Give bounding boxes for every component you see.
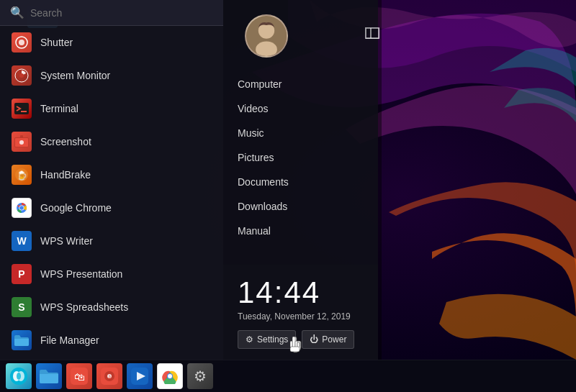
search-input[interactable] — [30, 7, 213, 19]
right-link-pictures[interactable]: Pictures — [223, 145, 378, 170]
taskbar-video-player[interactable] — [127, 363, 153, 389]
right-link-computer[interactable]: Computer — [223, 72, 378, 96]
svg-text:♪: ♪ — [108, 373, 112, 380]
taskbar: 🛍 ♪ — [0, 360, 576, 392]
svg-point-19 — [19, 206, 24, 210]
taskbar-settings[interactable]: ⚙ — [187, 363, 213, 389]
menu-item-shutter[interactable]: Shutter — [0, 26, 223, 59]
wpspres-icon: P — [12, 264, 32, 284]
svg-point-33 — [256, 41, 277, 57]
clock-date: Tuesday, November 12, 2019 — [238, 311, 364, 322]
svg-rect-13 — [20, 135, 23, 138]
screenshot-icon — [12, 132, 32, 152]
chrome-icon — [12, 198, 32, 218]
filemanager-icon — [12, 330, 32, 350]
right-link-manual[interactable]: Manual — [223, 219, 378, 243]
taskbar-chrome[interactable] — [157, 363, 183, 389]
svg-text:🛍: 🛍 — [74, 370, 85, 383]
terminal-label: Terminal — [40, 103, 78, 114]
svg-point-7 — [19, 73, 24, 78]
terminal-icon — [12, 99, 32, 119]
right-link-videos[interactable]: Videos — [223, 96, 378, 121]
clock-buttons: ⚙ Settings ⏻ Power — [238, 330, 364, 349]
menu-item-handbrake[interactable]: 🍺 HandBrake — [0, 158, 223, 191]
shutter-icon — [12, 32, 32, 53]
desktop: 🔍 Shutter — [0, 0, 576, 392]
taskbar-file-manager[interactable] — [36, 363, 62, 389]
wpswriter-icon: W — [12, 231, 32, 251]
svg-point-5 — [19, 40, 24, 45]
menu-item-screenshot[interactable]: Screenshot — [0, 125, 223, 158]
right-link-documents[interactable]: Documents — [223, 170, 378, 194]
clock-panel: 14:44 Tuesday, November 12, 2019 ⚙ Setti… — [223, 265, 378, 360]
wpswriter-label: WPS Writer — [40, 235, 93, 247]
menu-item-wpswriter[interactable]: W WPS Writer — [0, 224, 223, 257]
chrome-label: Google Chrome — [40, 202, 112, 214]
wpspresentation-label: WPS Presentation — [40, 268, 122, 280]
menu-item-wpsspreadsheets[interactable]: S WPS Spreadsheets — [0, 291, 223, 324]
sysmon-icon — [12, 65, 32, 86]
taskbar-music-player[interactable]: ♪ — [96, 363, 122, 389]
search-bar[interactable]: 🔍 — [0, 0, 223, 26]
power-button[interactable]: ⏻ Power — [302, 330, 354, 349]
svg-rect-8 — [14, 103, 29, 114]
svg-point-48 — [168, 374, 172, 378]
svg-point-37 — [17, 373, 21, 380]
wpsspreadsheets-label: WPS Spreadsheets — [40, 301, 128, 313]
expand-button[interactable] — [365, 27, 379, 39]
settings-gear-icon: ⚙ — [246, 334, 253, 345]
svg-text:🍺: 🍺 — [17, 170, 27, 181]
menu-item-filemanager[interactable]: File Manager — [0, 324, 223, 357]
right-link-downloads[interactable]: Downloads — [223, 194, 378, 219]
shutter-label: Shutter — [40, 37, 73, 48]
taskbar-app-store[interactable]: 🛍 — [66, 363, 92, 389]
handbrake-icon: 🍺 — [12, 165, 32, 185]
menu-item-terminal[interactable]: Terminal — [0, 92, 223, 125]
menu-item-wpspresentation[interactable]: P WPS Presentation — [0, 257, 223, 291]
settings-button[interactable]: ⚙ Settings — [238, 330, 296, 349]
menu-items-list: Shutter System Monitor — [0, 26, 223, 363]
start-menu: 🔍 Shutter — [0, 0, 223, 363]
menu-item-sysmon[interactable]: System Monitor — [0, 59, 223, 92]
screenshot-label: Screenshot — [40, 136, 91, 147]
taskbar-deepin-launcher[interactable] — [6, 363, 32, 389]
user-avatar[interactable] — [245, 14, 288, 58]
clock-time: 14:44 — [238, 275, 364, 310]
sysmon-label: System Monitor — [40, 70, 110, 81]
power-icon: ⏻ — [310, 334, 318, 345]
right-link-music[interactable]: Music — [223, 121, 378, 145]
handbrake-label: HandBrake — [40, 169, 91, 181]
menu-item-chrome[interactable]: Google Chrome — [0, 191, 223, 224]
wpssheet-icon: S — [12, 297, 32, 317]
search-icon: 🔍 — [10, 6, 24, 19]
svg-rect-2 — [366, 28, 379, 38]
filemanager-label: File Manager — [40, 334, 99, 346]
svg-point-12 — [19, 140, 24, 145]
